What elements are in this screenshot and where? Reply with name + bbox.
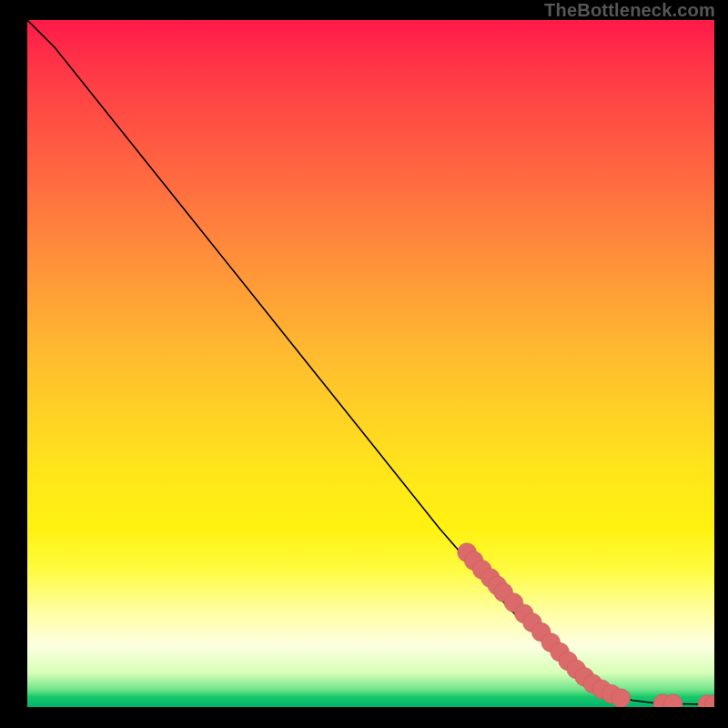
plot-area xyxy=(27,20,714,707)
curve-line xyxy=(27,20,714,704)
chart-overlay xyxy=(27,20,714,707)
data-marker xyxy=(612,689,631,707)
data-markers xyxy=(458,543,714,707)
watermark-text: TheBottleneck.com xyxy=(544,0,715,21)
chart-frame: TheBottleneck.com xyxy=(0,0,728,728)
